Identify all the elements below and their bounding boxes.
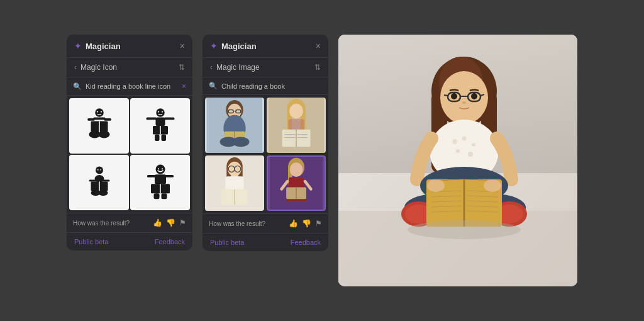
image-cell-2[interactable] xyxy=(267,98,326,153)
svg-point-97 xyxy=(471,93,477,99)
svg-rect-3 xyxy=(104,118,111,121)
panel-title-left: Magician xyxy=(86,42,121,51)
search-text-right[interactable]: Child reading a book xyxy=(221,82,322,90)
images-grid xyxy=(203,95,328,213)
settings-icon-right[interactable]: ⇅ xyxy=(314,63,321,72)
svg-rect-1 xyxy=(93,118,106,120)
img2-svg xyxy=(267,98,326,153)
feedback-link-left[interactable]: Feedback xyxy=(155,238,185,245)
svg-point-27 xyxy=(98,190,108,196)
clear-icon-left[interactable]: × xyxy=(182,82,186,91)
search-bar-right: 🔍 Child reading a book xyxy=(203,77,328,95)
feedback-icons-right: 👍 👎 ⚑ xyxy=(289,219,322,228)
svg-point-77 xyxy=(290,162,303,176)
svg-rect-16 xyxy=(155,135,160,142)
img1-svg xyxy=(205,98,264,153)
svg-line-94 xyxy=(444,95,448,96)
svg-point-30 xyxy=(155,165,165,174)
panel-title-right: Magician xyxy=(221,42,257,51)
flag-left[interactable]: ⚑ xyxy=(179,218,186,227)
feedback-link-right[interactable]: Feedback xyxy=(291,239,321,246)
search-bar-left: 🔍 Kid reading a book line icon × xyxy=(67,77,192,96)
svg-point-9 xyxy=(100,111,101,112)
svg-point-31 xyxy=(157,168,158,169)
svg-point-101 xyxy=(452,139,457,144)
svg-rect-35 xyxy=(165,175,174,177)
img3-svg xyxy=(205,155,264,211)
magic-star-icon: ✦ xyxy=(74,41,82,51)
thumbs-up-left[interactable]: 👍 xyxy=(153,218,162,227)
flag-right[interactable]: ⚑ xyxy=(315,219,322,228)
icons-grid xyxy=(67,96,192,213)
nav-label-right: Magic Image xyxy=(216,63,260,72)
svg-rect-34 xyxy=(147,175,156,177)
svg-point-126 xyxy=(484,179,501,192)
main-container: ✦ Magician × ‹ Magic Icon ⇅ 🔍 Kid readin… xyxy=(54,22,590,299)
feedback-icons-left: 👍 👎 ⚑ xyxy=(153,218,186,227)
search-text-left[interactable]: Kid reading a book line icon xyxy=(86,82,178,90)
svg-point-8 xyxy=(96,111,97,112)
magic-star-icon-right: ✦ xyxy=(210,41,218,51)
svg-point-98 xyxy=(462,101,466,104)
svg-point-50 xyxy=(232,137,249,147)
panel-magic-image: ✦ Magician × ‹ Magic Image ⇅ 🔍 Child rea… xyxy=(203,35,328,251)
svg-rect-17 xyxy=(161,135,166,142)
icon-cell-1[interactable] xyxy=(69,98,129,154)
svg-point-96 xyxy=(451,93,457,99)
nav-left-group-right: ‹ Magic Image xyxy=(210,63,260,72)
nav-label-left: Magic Icon xyxy=(80,63,117,72)
icon-4-svg xyxy=(142,164,179,201)
svg-point-18 xyxy=(157,111,158,112)
svg-rect-11 xyxy=(155,118,165,127)
thumbs-up-right[interactable]: 👍 xyxy=(289,219,298,228)
search-icon-left: 🔍 xyxy=(73,82,82,91)
svg-point-32 xyxy=(161,168,162,169)
icon-1-svg xyxy=(80,107,118,145)
big-image-svg xyxy=(338,35,577,286)
icon-cell-4[interactable] xyxy=(130,155,190,210)
panel-magic-icon: ✦ Magician × ‹ Magic Icon ⇅ 🔍 Kid readin… xyxy=(67,35,192,251)
icon-3-svg xyxy=(80,164,118,201)
svg-rect-13 xyxy=(164,118,175,120)
svg-point-28 xyxy=(97,169,98,171)
feedback-bar-left: How was the result? 👍 👎 ⚑ xyxy=(67,213,192,232)
svg-point-19 xyxy=(161,111,162,112)
settings-icon-left[interactable]: ⇅ xyxy=(179,63,185,72)
svg-rect-23 xyxy=(102,180,109,182)
svg-point-10 xyxy=(156,108,165,117)
thumbs-down-right[interactable]: 👎 xyxy=(302,219,311,228)
icon-2-svg xyxy=(142,107,179,145)
panel-header-left: ✦ Magician × xyxy=(67,35,192,58)
back-arrow-left[interactable]: ‹ xyxy=(74,63,77,72)
back-arrow-right[interactable]: ‹ xyxy=(210,63,213,72)
search-icon-right: 🔍 xyxy=(209,82,218,90)
svg-rect-12 xyxy=(146,118,157,120)
panel-footer-right: Public beta Feedback xyxy=(203,233,328,251)
image-cell-3[interactable] xyxy=(205,155,264,211)
svg-point-55 xyxy=(289,104,303,118)
svg-point-20 xyxy=(96,167,103,174)
image-cell-1[interactable] xyxy=(205,98,264,153)
panel-footer-left: Public beta Feedback xyxy=(67,232,192,251)
svg-point-7 xyxy=(98,131,109,138)
panel-nav-right: ‹ Magic Image ⇅ xyxy=(203,58,328,77)
thumbs-down-left[interactable]: 👎 xyxy=(166,218,175,227)
svg-point-125 xyxy=(427,179,445,192)
svg-point-103 xyxy=(462,137,467,141)
panel-nav-left: ‹ Magic Icon ⇅ xyxy=(67,58,192,77)
image-cell-4[interactable] xyxy=(267,155,326,211)
svg-rect-39 xyxy=(161,193,167,199)
header-title-group-right: ✦ Magician xyxy=(210,41,257,51)
feedback-question-left: How was the result? xyxy=(73,220,153,227)
svg-point-0 xyxy=(95,108,104,117)
close-button-right[interactable]: × xyxy=(316,42,321,50)
svg-rect-38 xyxy=(153,193,159,199)
img4-svg xyxy=(268,157,325,210)
icon-cell-2[interactable] xyxy=(130,98,190,154)
close-button-left[interactable]: × xyxy=(180,42,185,50)
svg-rect-33 xyxy=(155,174,166,184)
svg-point-127 xyxy=(408,220,521,239)
public-beta-right: Public beta xyxy=(210,239,244,246)
icon-cell-3[interactable] xyxy=(69,155,129,210)
feedback-bar-right: How was the result? 👍 👎 ⚑ xyxy=(203,213,328,233)
